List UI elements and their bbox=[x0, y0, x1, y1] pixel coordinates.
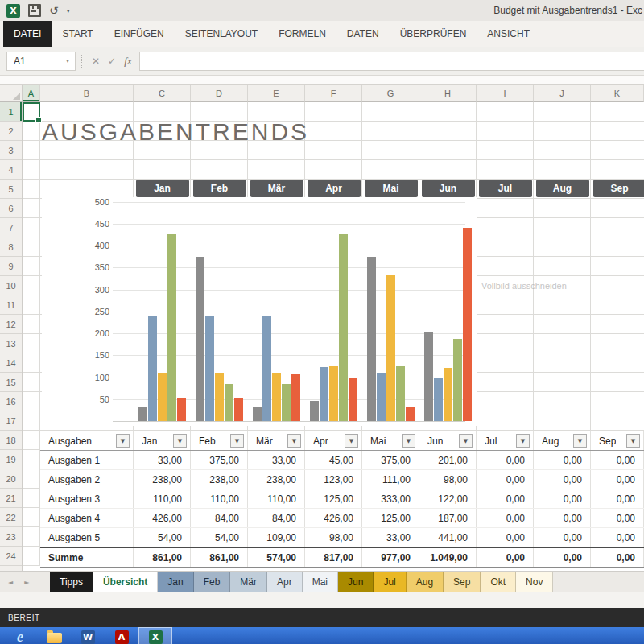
sheet-tab-mai[interactable]: Mai bbox=[303, 572, 338, 592]
row-label[interactable]: Ausgaben 4 bbox=[40, 509, 134, 527]
row-header-8[interactable]: 8 bbox=[0, 237, 22, 257]
adobe-reader-button[interactable] bbox=[105, 627, 138, 644]
row-header-23[interactable]: 23 bbox=[0, 527, 22, 547]
column-header-d[interactable]: D bbox=[191, 85, 248, 102]
sheet-tab-jul[interactable]: Jul bbox=[374, 572, 406, 592]
row-header-13[interactable]: 13 bbox=[0, 334, 22, 353]
row-header-17[interactable]: 17 bbox=[0, 411, 22, 431]
cell-value[interactable]: 54,00 bbox=[134, 528, 191, 547]
table-header-jun[interactable]: Jun bbox=[419, 431, 477, 450]
cell-value[interactable]: 125,00 bbox=[305, 489, 362, 508]
column-header-b[interactable]: B bbox=[40, 85, 134, 102]
total-value[interactable]: 1.049,00 bbox=[419, 548, 477, 567]
total-value[interactable]: 0,00 bbox=[534, 548, 591, 567]
filter-dropdown-icon[interactable] bbox=[230, 434, 244, 448]
table-header-mai[interactable]: Mai bbox=[362, 431, 419, 450]
cell-value[interactable]: 0,00 bbox=[534, 470, 591, 489]
filter-dropdown-icon[interactable] bbox=[626, 434, 640, 448]
cell-value[interactable]: 0,00 bbox=[477, 509, 534, 527]
filter-dropdown-icon[interactable] bbox=[116, 434, 130, 448]
table-header-jul[interactable]: Jul bbox=[477, 431, 534, 450]
cell-value[interactable]: 0,00 bbox=[477, 451, 534, 469]
cell-value[interactable]: 238,00 bbox=[134, 470, 191, 489]
cell-value[interactable]: 0,00 bbox=[591, 528, 644, 547]
cell-value[interactable]: 110,00 bbox=[248, 489, 305, 508]
cells-area[interactable]: AUSGABENTRENDS 5010015020025030035040045… bbox=[23, 102, 644, 571]
cell-value[interactable]: 123,00 bbox=[305, 470, 362, 489]
cell-value[interactable]: 238,00 bbox=[248, 470, 305, 489]
cell-value[interactable]: 375,00 bbox=[362, 451, 419, 469]
ribbon-tab-ansicht[interactable]: ANSICHT bbox=[477, 21, 540, 47]
column-header-e[interactable]: E bbox=[248, 85, 305, 102]
row-header-10[interactable]: 10 bbox=[0, 276, 22, 295]
excel-button[interactable] bbox=[138, 627, 172, 644]
cell-value[interactable]: 201,00 bbox=[419, 451, 477, 469]
column-header-j[interactable]: J bbox=[534, 85, 591, 102]
sheet-tab-übersicht[interactable]: Übersicht bbox=[93, 572, 158, 592]
row-header-7[interactable]: 7 bbox=[0, 218, 22, 237]
select-all-corner[interactable] bbox=[0, 85, 23, 102]
cell-value[interactable]: 45,00 bbox=[305, 451, 362, 469]
internet-explorer-button[interactable] bbox=[3, 627, 37, 644]
total-value[interactable]: 977,00 bbox=[362, 548, 419, 567]
prev-sheet-icon[interactable] bbox=[8, 579, 13, 586]
sheet-tab-okt[interactable]: Okt bbox=[481, 572, 516, 592]
next-sheet-icon[interactable] bbox=[24, 579, 29, 586]
cell-value[interactable]: 426,00 bbox=[305, 509, 362, 527]
row-header-22[interactable]: 22 bbox=[0, 508, 22, 527]
table-header-apr[interactable]: Apr bbox=[305, 431, 362, 450]
row-header-24[interactable]: 24 bbox=[0, 547, 22, 566]
cell-value[interactable]: 0,00 bbox=[591, 451, 644, 469]
column-header-k[interactable]: K bbox=[591, 85, 644, 102]
cell-value[interactable]: 375,00 bbox=[191, 451, 248, 469]
filter-dropdown-icon[interactable] bbox=[402, 434, 415, 448]
ribbon-tab-überprüfen[interactable]: ÜBERPRÜFEN bbox=[390, 21, 477, 47]
column-header-i[interactable]: I bbox=[477, 85, 534, 102]
cell-value[interactable]: 0,00 bbox=[534, 509, 591, 527]
sheet-tab-apr[interactable]: Apr bbox=[267, 572, 303, 592]
cell-value[interactable]: 0,00 bbox=[477, 489, 534, 508]
row-header-9[interactable]: 9 bbox=[0, 257, 22, 276]
cell-value[interactable]: 0,00 bbox=[534, 489, 591, 508]
file-explorer-button[interactable] bbox=[37, 627, 71, 644]
column-header-h[interactable]: H bbox=[419, 85, 477, 102]
row-header-5[interactable]: 5 bbox=[0, 180, 22, 199]
cell-value[interactable]: 0,00 bbox=[591, 489, 644, 508]
row-header-4[interactable]: 4 bbox=[0, 160, 22, 180]
cell-value[interactable]: 333,00 bbox=[362, 489, 419, 508]
row-label[interactable]: Ausgaben 3 bbox=[40, 489, 134, 508]
filter-dropdown-icon[interactable] bbox=[287, 434, 301, 448]
total-value[interactable]: 0,00 bbox=[477, 548, 534, 567]
cell-value[interactable]: 238,00 bbox=[191, 470, 248, 489]
cell-value[interactable]: 187,00 bbox=[419, 509, 477, 527]
table-header-mär[interactable]: Mär bbox=[248, 431, 305, 450]
cell-value[interactable]: 0,00 bbox=[591, 509, 644, 527]
ribbon-tab-start[interactable]: START bbox=[52, 21, 103, 47]
column-header-f[interactable]: F bbox=[305, 85, 362, 102]
cell-value[interactable]: 33,00 bbox=[134, 451, 191, 469]
enter-icon[interactable] bbox=[104, 56, 120, 67]
ribbon-tab-formeln[interactable]: FORMELN bbox=[268, 21, 336, 47]
cell-value[interactable]: 109,00 bbox=[248, 528, 305, 547]
cell-value[interactable]: 98,00 bbox=[305, 528, 362, 547]
row-header-1[interactable]: 1 bbox=[0, 102, 22, 122]
row-header-2[interactable]: 2 bbox=[0, 122, 22, 141]
save-icon[interactable] bbox=[28, 4, 41, 17]
total-value[interactable]: 574,00 bbox=[248, 548, 305, 567]
cell-value[interactable]: 0,00 bbox=[591, 470, 644, 489]
row-header-6[interactable]: 6 bbox=[0, 199, 22, 218]
table-header-aug[interactable]: Aug bbox=[534, 431, 591, 450]
row-header-21[interactable]: 21 bbox=[0, 489, 22, 508]
name-box[interactable]: A1 bbox=[6, 52, 76, 71]
cell-value[interactable]: 110,00 bbox=[134, 489, 191, 508]
column-header-a[interactable]: A bbox=[23, 85, 40, 102]
row-header-15[interactable]: 15 bbox=[0, 373, 22, 392]
row-header-14[interactable]: 14 bbox=[0, 353, 22, 373]
filter-dropdown-icon[interactable] bbox=[173, 434, 187, 448]
expense-trends-chart[interactable]: 50100150200250300350400450500 bbox=[42, 197, 477, 426]
fill-handle[interactable] bbox=[35, 117, 42, 123]
sheet-tab-sep[interactable]: Sep bbox=[444, 572, 481, 592]
row-label[interactable]: Ausgaben 5 bbox=[40, 528, 134, 547]
ribbon-tab-seitenlayout[interactable]: SEITENLAYOUT bbox=[175, 21, 268, 47]
cell-value[interactable]: 125,00 bbox=[362, 509, 419, 527]
